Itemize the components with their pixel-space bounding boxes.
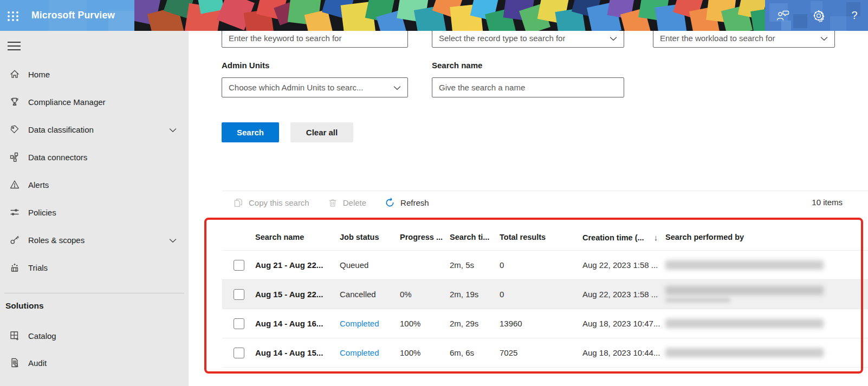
app-launcher-icon[interactable] bbox=[5, 8, 21, 23]
table-row[interactable]: Aug 14 - Aug 16... Completed 100% 2m, 29… bbox=[222, 309, 868, 338]
sidebar-item-label: Roles & scopes bbox=[28, 235, 85, 245]
chevron-down-icon bbox=[169, 235, 177, 245]
col-header-search-time[interactable]: Search ti... bbox=[450, 233, 500, 241]
refresh-label: Refresh bbox=[400, 198, 429, 207]
creation-time-label: Creation time (... bbox=[582, 233, 644, 242]
search-time-cell: 6m, 6s bbox=[450, 348, 500, 357]
performed-by-cell bbox=[665, 348, 868, 357]
sidebar-item-data-connectors[interactable]: Data connectors bbox=[0, 148, 189, 166]
trophy-icon bbox=[9, 96, 21, 108]
redacted-user-line2 bbox=[665, 298, 730, 303]
sidebar-item-policies[interactable]: Policies bbox=[0, 203, 189, 221]
redacted-user bbox=[665, 260, 824, 270]
search-name-cell[interactable]: Aug 14 - Aug 15... bbox=[255, 348, 340, 357]
sidebar-item-audit[interactable]: Audit bbox=[0, 354, 189, 372]
table-row[interactable]: Aug 14 - Aug 15... Completed 100% 6m, 6s… bbox=[222, 338, 868, 367]
search-name-cell[interactable]: Aug 15 - Aug 22... bbox=[255, 290, 340, 299]
toolbar-top-border bbox=[222, 191, 868, 191]
trash-icon bbox=[328, 198, 338, 208]
search-name-cell[interactable]: Aug 21 - Aug 22... bbox=[255, 260, 340, 270]
feedback-icon[interactable] bbox=[776, 9, 790, 23]
table-row[interactable]: Aug 15 - Aug 22... Cancelled 0% 2m, 19s … bbox=[222, 279, 868, 309]
keyword-input[interactable] bbox=[222, 28, 408, 48]
app-title: Microsoft Purview bbox=[31, 0, 115, 31]
job-status-cell: Queued bbox=[340, 260, 400, 270]
creation-time-cell: Aug 22, 2023 1:58 ... bbox=[582, 260, 665, 270]
workload-select[interactable]: Enter the workload to search for bbox=[653, 28, 835, 48]
col-header-total-results[interactable]: Total results bbox=[500, 233, 582, 241]
copy-search-button[interactable]: Copy this search bbox=[233, 198, 309, 208]
alert-icon bbox=[9, 179, 21, 191]
sidebar-item-catalog[interactable]: Catalog bbox=[0, 326, 189, 345]
sidebar-item-compliance-manager[interactable]: Compliance Manager bbox=[0, 93, 189, 111]
table-bottom-border bbox=[222, 367, 868, 368]
trials-icon bbox=[9, 261, 21, 273]
admin-units-label: Admin Units bbox=[222, 61, 269, 70]
col-header-job-status[interactable]: Job status bbox=[340, 233, 400, 241]
connectors-icon bbox=[9, 151, 21, 163]
refresh-button[interactable]: Refresh bbox=[385, 198, 429, 208]
sidebar-item-label: Alerts bbox=[28, 180, 49, 189]
record-type-select[interactable]: Select the record type to search for bbox=[432, 28, 624, 48]
col-header-search-name[interactable]: Search name bbox=[255, 233, 340, 241]
search-name-cell[interactable]: Aug 14 - Aug 16... bbox=[255, 319, 340, 328]
job-status-cell[interactable]: Completed bbox=[340, 348, 400, 357]
sidebar-item-label: Catalog bbox=[28, 331, 56, 341]
key-icon bbox=[9, 234, 21, 246]
home-icon bbox=[9, 68, 21, 80]
copy-icon bbox=[233, 198, 243, 208]
sidebar-item-label: Data classification bbox=[28, 125, 94, 134]
job-status-cell: Cancelled bbox=[340, 290, 400, 299]
sidebar-item-label: Data connectors bbox=[28, 153, 87, 162]
creation-time-cell: Aug 18, 2023 10:44... bbox=[582, 348, 665, 357]
sidebar-item-home[interactable]: Home bbox=[0, 65, 189, 83]
total-results-cell: 13960 bbox=[500, 319, 582, 328]
chevron-down-icon bbox=[820, 34, 828, 43]
total-results-cell: 7025 bbox=[500, 348, 582, 357]
sort-descending-icon: ↓ bbox=[654, 233, 658, 242]
search-name-input[interactable] bbox=[432, 77, 624, 97]
sliders-icon bbox=[9, 206, 21, 218]
col-header-performed-by[interactable]: Search performed by bbox=[665, 233, 868, 241]
copy-search-label: Copy this search bbox=[249, 198, 309, 207]
workload-placeholder: Enter the workload to search for bbox=[660, 34, 775, 43]
items-count: 10 items bbox=[812, 198, 843, 207]
col-header-progress[interactable]: Progress ... bbox=[400, 233, 450, 241]
table-header-row: Search name Job status Progress ... Sear… bbox=[222, 224, 868, 250]
progress-cell: 0% bbox=[400, 290, 450, 299]
redacted-user bbox=[665, 319, 824, 328]
search-name-label: Search name bbox=[432, 61, 482, 70]
performed-by-cell bbox=[665, 260, 868, 270]
sidebar-item-roles-scopes[interactable]: Roles & scopes bbox=[0, 231, 189, 249]
help-icon[interactable]: ? bbox=[847, 9, 861, 23]
chevron-down-icon bbox=[610, 34, 617, 43]
row-checkbox[interactable] bbox=[234, 318, 244, 329]
sidebar-item-trials[interactable]: Trials bbox=[0, 258, 189, 277]
admin-units-placeholder: Choose which Admin Units to searc... bbox=[229, 83, 363, 92]
record-type-placeholder: Select the record type to search for bbox=[439, 34, 565, 43]
sidebar-item-data-classification[interactable]: Data classification bbox=[0, 120, 189, 139]
nav-collapse-button[interactable] bbox=[8, 42, 21, 50]
chevron-down-icon bbox=[393, 83, 401, 92]
search-time-cell: 2m, 19s bbox=[450, 290, 500, 299]
sidebar-section-solutions: Solutions bbox=[5, 301, 44, 311]
tag-icon bbox=[9, 123, 21, 135]
clear-all-button[interactable]: Clear all bbox=[290, 122, 353, 142]
job-status-cell[interactable]: Completed bbox=[340, 319, 400, 328]
col-header-creation-time[interactable]: Creation time (... ↓ bbox=[582, 233, 665, 242]
search-time-cell: 2m, 5s bbox=[450, 260, 500, 270]
gear-icon[interactable] bbox=[812, 9, 826, 23]
performed-by-cell bbox=[665, 319, 868, 328]
redacted-user bbox=[665, 348, 824, 357]
table-row[interactable]: Aug 21 - Aug 22... Queued 2m, 5s 0 Aug 2… bbox=[222, 250, 868, 279]
row-checkbox[interactable] bbox=[234, 348, 244, 358]
row-checkbox[interactable] bbox=[234, 260, 244, 271]
top-banner: Microsoft Purview ? bbox=[0, 0, 868, 31]
audit-icon bbox=[9, 357, 21, 369]
admin-units-select[interactable]: Choose which Admin Units to searc... bbox=[222, 77, 408, 97]
delete-button[interactable]: Delete bbox=[328, 198, 366, 208]
search-button[interactable]: Search bbox=[222, 122, 279, 142]
sidebar-item-alerts[interactable]: Alerts bbox=[0, 175, 189, 194]
row-checkbox[interactable] bbox=[234, 289, 244, 300]
creation-time-cell: Aug 18, 2023 10:47... bbox=[582, 319, 665, 328]
